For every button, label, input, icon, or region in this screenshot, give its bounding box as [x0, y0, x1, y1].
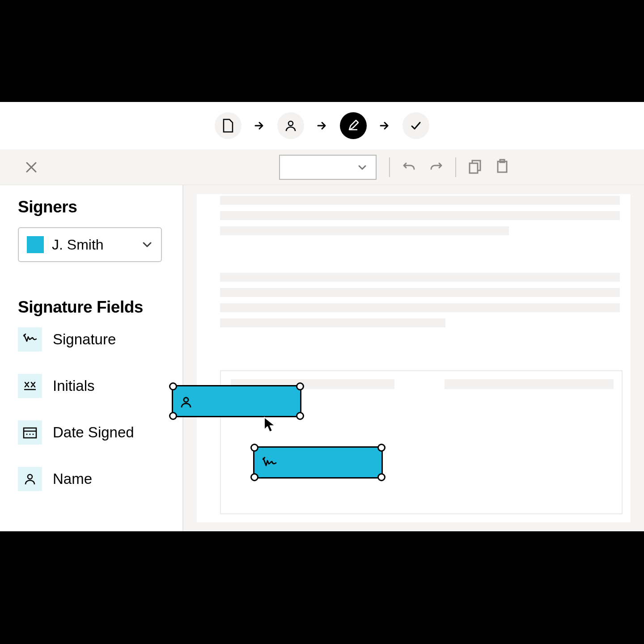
svg-point-9 — [28, 475, 32, 479]
close-button[interactable] — [22, 158, 40, 176]
field-label: Signature — [53, 331, 116, 348]
clipboard-icon — [495, 159, 510, 174]
signature-icon — [261, 457, 280, 470]
chevron-down-icon — [357, 162, 368, 173]
document-canvas[interactable] — [183, 185, 644, 531]
signer-color-swatch — [27, 236, 44, 253]
svg-rect-5 — [24, 428, 36, 438]
step-document[interactable] — [215, 112, 242, 139]
copy-button[interactable] — [468, 159, 483, 176]
field-label: Initials — [53, 377, 95, 394]
resize-handle[interactable] — [377, 473, 386, 481]
person-icon — [179, 395, 193, 409]
placeholder-slot — [445, 379, 614, 389]
redo-icon — [428, 159, 444, 174]
signer-name-label: J. Smith — [52, 237, 133, 253]
check-icon — [409, 119, 423, 132]
resize-handle[interactable] — [377, 444, 386, 452]
redo-button[interactable] — [428, 159, 444, 176]
separator — [389, 157, 390, 177]
placeholder-line — [220, 273, 620, 282]
date-icon — [18, 420, 42, 445]
close-icon — [25, 161, 38, 174]
initials-icon — [18, 374, 42, 398]
copy-icon — [468, 159, 483, 174]
resize-handle[interactable] — [169, 382, 177, 390]
left-sidebar: Signers J. Smith Signature Fields Signat… — [0, 185, 183, 531]
resize-handle[interactable] — [296, 412, 304, 420]
resize-handle[interactable] — [250, 444, 258, 452]
placeholder-line — [220, 211, 620, 220]
signer-dropdown[interactable]: J. Smith — [18, 227, 162, 262]
undo-icon — [402, 159, 417, 174]
arrow-icon — [315, 119, 329, 132]
placed-signature-field[interactable] — [253, 446, 383, 479]
svg-point-8 — [33, 434, 34, 435]
pencil-icon — [347, 119, 360, 132]
toolbar-actions — [389, 157, 510, 177]
svg-rect-3 — [498, 161, 507, 172]
placeholder-line — [220, 318, 445, 327]
app-frame: Signers J. Smith Signature Fields Signat… — [0, 102, 644, 531]
main-area: Signers J. Smith Signature Fields Signat… — [0, 185, 644, 531]
step-review[interactable] — [402, 112, 429, 139]
step-prepare[interactable] — [340, 112, 367, 139]
svg-rect-2 — [470, 163, 478, 173]
svg-point-10 — [184, 398, 188, 402]
placeholder-line — [220, 226, 509, 235]
svg-point-0 — [288, 121, 293, 126]
resize-handle[interactable] — [250, 473, 258, 481]
arrow-icon — [252, 119, 267, 132]
field-item-date-signed[interactable]: Date Signed — [18, 420, 165, 445]
name-icon — [18, 467, 42, 491]
field-item-initials[interactable]: Initials — [18, 374, 165, 398]
arrow-icon — [377, 119, 392, 132]
signature-icon — [18, 327, 42, 352]
stepper-bar — [0, 102, 644, 149]
resize-handle[interactable] — [296, 382, 304, 390]
field-item-name[interactable]: Name — [18, 467, 165, 491]
signers-heading: Signers — [18, 198, 165, 216]
undo-button[interactable] — [402, 159, 417, 176]
chevron-down-icon — [141, 239, 153, 250]
placeholder-line — [220, 303, 620, 312]
document-icon — [222, 119, 234, 133]
field-item-signature[interactable]: Signature — [18, 327, 165, 352]
placeholder-line — [220, 196, 620, 205]
placeholder-line — [220, 288, 620, 297]
dragging-name-field[interactable] — [172, 385, 301, 417]
step-recipient[interactable] — [277, 112, 304, 139]
zoom-dropdown[interactable] — [279, 155, 377, 180]
field-label: Date Signed — [53, 424, 134, 441]
field-label: Name — [53, 470, 92, 487]
svg-point-6 — [26, 434, 28, 435]
toolbar — [0, 149, 644, 185]
person-icon — [284, 119, 297, 132]
document-page — [197, 194, 631, 522]
svg-point-7 — [30, 434, 31, 435]
separator — [455, 157, 456, 177]
fields-heading: Signature Fields — [18, 298, 165, 317]
paste-button[interactable] — [495, 159, 510, 176]
resize-handle[interactable] — [169, 412, 177, 420]
